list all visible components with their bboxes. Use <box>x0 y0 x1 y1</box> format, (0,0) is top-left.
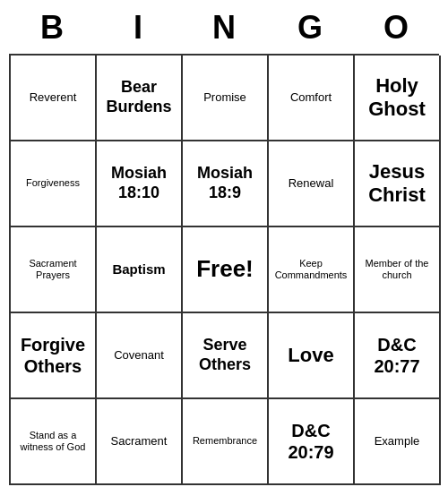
cell-r1-c3[interactable]: Renewal <box>269 141 355 227</box>
cell-text-r0-c3: Comfort <box>290 90 332 105</box>
cell-text-r4-c3: D&C 20:79 <box>272 420 349 463</box>
cell-r0-c2[interactable]: Promise <box>183 56 269 141</box>
cell-r4-c1[interactable]: Sacrament <box>97 399 183 485</box>
cell-r2-c4[interactable]: Member of the church <box>355 227 441 313</box>
cell-text-r3-c1: Covenant <box>114 348 164 363</box>
cell-text-r2-c2: Free! <box>196 255 254 283</box>
cell-text-r2-c1: Baptism <box>112 261 165 278</box>
cell-r4-c4[interactable]: Example <box>355 399 441 485</box>
cell-text-r4-c0: Stand as a witness of God <box>14 430 91 453</box>
letter-n: N <box>185 9 263 47</box>
cell-text-r4-c1: Sacrament <box>111 434 168 449</box>
bingo-card: B I N G O ReverentBear BurdensPromiseCom… <box>9 2 439 485</box>
cell-text-r0-c4: Holy Ghost <box>358 74 435 122</box>
cell-text-r1-c0: Forgiveness <box>26 177 80 189</box>
cell-r0-c0[interactable]: Reverent <box>11 56 97 141</box>
letter-o: O <box>357 9 435 47</box>
cell-r0-c4[interactable]: Holy Ghost <box>355 56 441 141</box>
cell-text-r1-c1: Mosiah 18:10 <box>100 164 177 202</box>
cell-r2-c0[interactable]: Sacrament Prayers <box>11 227 97 313</box>
cell-r1-c1[interactable]: Mosiah 18:10 <box>97 141 183 227</box>
cell-text-r0-c1: Bear Burdens <box>100 78 177 116</box>
cell-r3-c2[interactable]: Serve Others <box>183 313 269 399</box>
bingo-grid: ReverentBear BurdensPromiseComfortHoly G… <box>9 54 439 485</box>
cell-text-r0-c0: Reverent <box>30 90 77 105</box>
cell-text-r3-c0: Forgive Others <box>14 334 91 377</box>
cell-text-r2-c4: Member of the church <box>358 258 435 281</box>
bingo-title-row: B I N G O <box>9 2 439 54</box>
cell-text-r4-c4: Example <box>375 434 420 449</box>
cell-r3-c3[interactable]: Love <box>269 313 355 399</box>
cell-r4-c0[interactable]: Stand as a witness of God <box>11 399 97 485</box>
cell-r0-c3[interactable]: Comfort <box>269 56 355 141</box>
cell-r2-c3[interactable]: Keep Commandments <box>269 227 355 313</box>
cell-r3-c4[interactable]: D&C 20:77 <box>355 313 441 399</box>
letter-i: I <box>99 9 177 47</box>
cell-r3-c1[interactable]: Covenant <box>97 313 183 399</box>
cell-text-r0-c2: Promise <box>203 90 246 105</box>
cell-r0-c1[interactable]: Bear Burdens <box>97 56 183 141</box>
cell-text-r4-c2: Remembrance <box>193 435 257 447</box>
letter-b: B <box>13 9 91 47</box>
cell-r2-c1[interactable]: Baptism <box>97 227 183 313</box>
cell-text-r2-c0: Sacrament Prayers <box>14 258 91 281</box>
cell-text-r3-c4: D&C 20:77 <box>358 334 435 377</box>
cell-r1-c4[interactable]: Jesus Christ <box>355 141 441 227</box>
cell-r3-c0[interactable]: Forgive Others <box>11 313 97 399</box>
cell-r4-c3[interactable]: D&C 20:79 <box>269 399 355 485</box>
cell-r2-c2[interactable]: Free! <box>183 227 269 313</box>
cell-r1-c0[interactable]: Forgiveness <box>11 141 97 227</box>
cell-text-r1-c2: Mosiah 18:9 <box>186 164 263 202</box>
cell-text-r3-c3: Love <box>288 344 333 367</box>
cell-r4-c2[interactable]: Remembrance <box>183 399 269 485</box>
cell-r1-c2[interactable]: Mosiah 18:9 <box>183 141 269 227</box>
letter-g: G <box>271 9 349 47</box>
cell-text-r3-c2: Serve Others <box>186 336 263 374</box>
cell-text-r1-c4: Jesus Christ <box>358 160 435 208</box>
cell-text-r1-c3: Renewal <box>289 176 334 191</box>
cell-text-r2-c3: Keep Commandments <box>272 258 349 281</box>
